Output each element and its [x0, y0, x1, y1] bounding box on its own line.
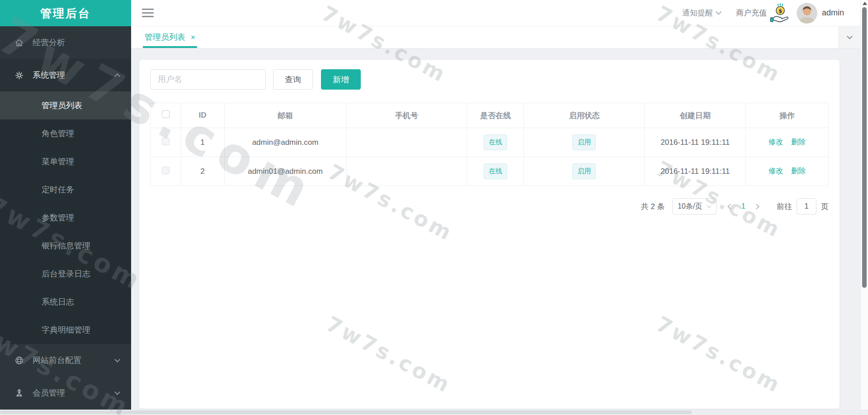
- current-page-number[interactable]: 1: [732, 202, 755, 211]
- username-search-input[interactable]: [150, 69, 266, 90]
- cell-id: 2: [181, 157, 224, 186]
- sidebar-subitem-admin-list[interactable]: 管理员列表: [0, 91, 131, 119]
- chevron-down-icon: [707, 203, 712, 208]
- cell-online: 在线: [467, 128, 524, 157]
- cell-phone: [346, 157, 467, 186]
- chevron-down-icon: [114, 389, 120, 395]
- cell-created: 2016-11-11 19:11:11: [645, 128, 746, 157]
- page-size-value: 10条/页: [678, 202, 702, 211]
- sidebar-submenu-system: 管理员列表 角色管理 菜单管理 定时任务 参数管理 银行信息管理 后台登录日志 …: [0, 91, 131, 344]
- cell-email: admin01@admin.com: [224, 157, 346, 186]
- top-header: 通知提醒 商户充值 $: [131, 0, 860, 26]
- cell-status: 启用: [524, 128, 645, 157]
- add-button[interactable]: 新增: [321, 69, 361, 90]
- username-dropdown[interactable]: admin: [822, 8, 844, 18]
- content-area: 查询 新增 ID 邮箱 手机号 是否在线 启用状态 创建日期: [131, 48, 860, 410]
- column-header-online: 是否在线: [467, 103, 524, 128]
- sidebar-section-system: 系统管理 管理员列表 角色管理 菜单管理 定时任务 参数管理 银行信息管理 后台…: [0, 59, 131, 344]
- member-icon: [14, 388, 24, 398]
- edit-link[interactable]: 修改: [769, 167, 783, 175]
- tab-label: 管理员列表: [145, 32, 185, 43]
- row-checkbox[interactable]: [162, 138, 170, 145]
- merchant-recharge-link[interactable]: 商户充值: [736, 8, 767, 18]
- admin-table: ID 邮箱 手机号 是否在线 启用状态 创建日期 操作 1 admin@admi…: [150, 103, 829, 186]
- cell-status: 启用: [524, 157, 645, 186]
- chevron-down-icon: [847, 33, 853, 39]
- column-header-phone: 手机号: [346, 103, 467, 128]
- sidebar-subitem-system-log[interactable]: 系统日志: [0, 288, 131, 316]
- header-actions: 通知提醒 商户充值 $: [682, 3, 844, 24]
- tab-close-icon[interactable]: ×: [191, 33, 195, 41]
- sidebar-item-label: 系统管理: [33, 70, 65, 81]
- edit-link[interactable]: 修改: [769, 138, 783, 146]
- gear-icon: [14, 70, 24, 81]
- cell-email: admin@admin.com: [224, 128, 346, 157]
- horizontal-scrollbar[interactable]: [0, 410, 868, 415]
- column-header-id: ID: [181, 103, 224, 128]
- goto-page-input[interactable]: [797, 198, 816, 215]
- app-logo: 管理后台: [0, 0, 131, 26]
- content-card: 查询 新增 ID 邮箱 手机号 是否在线 启用状态 创建日期: [139, 60, 840, 409]
- tab-options-button[interactable]: [839, 26, 860, 48]
- status-badge: 启用: [572, 134, 596, 150]
- cell-created: 2016-11-11 19:11:11: [645, 157, 746, 186]
- chevron-up-icon: [114, 73, 120, 79]
- delete-link[interactable]: 删除: [791, 138, 806, 146]
- delete-link[interactable]: 删除: [791, 167, 806, 175]
- sidebar-item-label: 会员管理: [33, 387, 65, 398]
- cell-actions: 修改删除: [745, 128, 828, 157]
- row-select-cell: [151, 128, 181, 157]
- app-title: 管理后台: [40, 6, 91, 21]
- chevron-down-icon: [716, 9, 722, 15]
- column-header-actions: 操作: [745, 103, 828, 128]
- select-all-checkbox[interactable]: [162, 110, 170, 118]
- menu-toggle-icon[interactable]: [142, 9, 154, 17]
- online-badge: 在线: [484, 134, 507, 150]
- column-header-created: 创建日期: [645, 103, 746, 128]
- page-size-select[interactable]: 10条/页: [672, 198, 717, 215]
- coin-hand-icon[interactable]: $: [769, 3, 790, 24]
- search-button[interactable]: 查询: [273, 69, 313, 90]
- chevron-down-icon: [114, 357, 120, 363]
- svg-text:$: $: [778, 7, 783, 14]
- row-select-cell: [151, 157, 181, 186]
- vertical-scrollbar-thumb[interactable]: [862, 7, 867, 288]
- online-badge: 在线: [484, 163, 507, 179]
- sidebar-subitem-scheduled-tasks[interactable]: 定时任务: [0, 176, 131, 204]
- sidebar-subitem-parameter-management[interactable]: 参数管理: [0, 204, 131, 232]
- user-avatar[interactable]: [797, 3, 817, 24]
- vertical-scrollbar[interactable]: [860, 0, 868, 410]
- cell-actions: 修改删除: [745, 157, 828, 186]
- sidebar-subitem-dictionary-detail[interactable]: 字典明细管理: [0, 316, 131, 344]
- sidebar-item-member-management[interactable]: 会员管理: [0, 377, 131, 409]
- notice-label: 通知提醒: [682, 8, 713, 18]
- scroll-up-arrow-icon[interactable]: [863, 2, 867, 5]
- tab-admin-list[interactable]: 管理员列表 ×: [143, 26, 197, 48]
- sidebar-subitem-menu-management[interactable]: 菜单管理: [0, 148, 131, 176]
- sidebar-item-business-analysis[interactable]: 经营分析: [0, 26, 131, 59]
- tab-bar: 管理员列表 ×: [131, 26, 860, 48]
- sidebar-subitem-role-management[interactable]: 角色管理: [0, 119, 131, 148]
- sidebar-item-frontend-config[interactable]: 网站前台配置: [0, 344, 131, 377]
- main-area: 通知提醒 商户充值 $: [131, 0, 860, 410]
- column-header-status: 启用状态: [524, 103, 645, 128]
- notice-dropdown[interactable]: 通知提醒: [682, 8, 721, 18]
- row-checkbox[interactable]: [162, 167, 170, 174]
- sidebar: 管理后台 经营分析: [0, 0, 131, 410]
- home-icon: [14, 38, 24, 48]
- horizontal-scrollbar-thumb[interactable]: [0, 410, 692, 414]
- next-page-icon[interactable]: [754, 204, 760, 210]
- cell-online: 在线: [467, 157, 524, 186]
- table-header-row: ID 邮箱 手机号 是否在线 启用状态 创建日期 操作: [151, 103, 829, 128]
- sidebar-item-system-management[interactable]: 系统管理: [0, 59, 131, 91]
- cell-phone: [346, 128, 467, 157]
- sidebar-subitem-bank-info[interactable]: 银行信息管理: [0, 232, 131, 260]
- sidebar-item-label: 网站前台配置: [33, 355, 81, 366]
- pagination-total: 共 2 条: [641, 201, 665, 212]
- goto-unit-label: 页: [821, 201, 829, 212]
- table-row: 2 admin01@admin.com 在线 启用 2016-11-11 19:…: [151, 157, 829, 186]
- sidebar-subitem-backend-login-log[interactable]: 后台登录日志: [0, 260, 131, 288]
- status-badge: 启用: [572, 163, 596, 179]
- cell-id: 1: [181, 128, 224, 157]
- goto-label: 前往: [777, 201, 792, 212]
